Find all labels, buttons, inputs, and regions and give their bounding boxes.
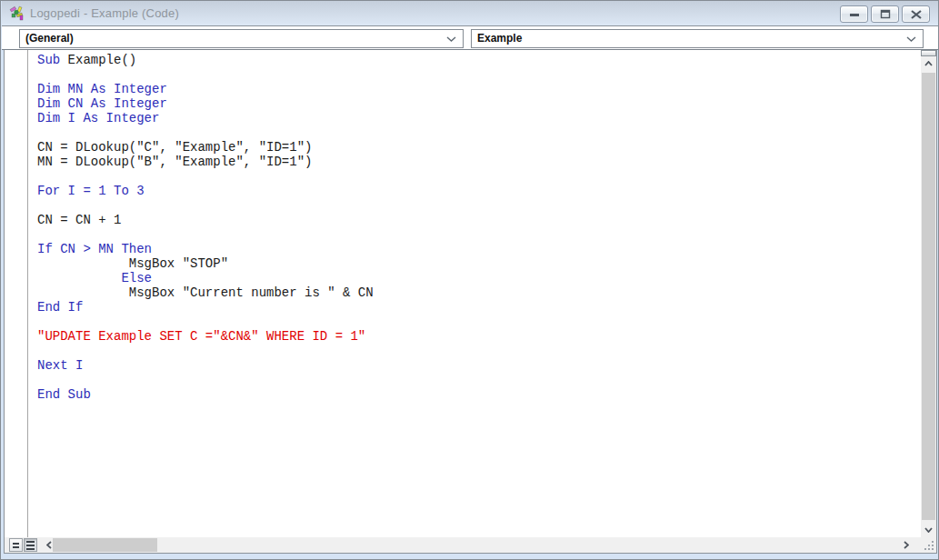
procedure-view-icon [13, 543, 19, 545]
code-line: End Sub [37, 387, 921, 402]
code-line [37, 315, 921, 329]
dropdown-bar: (General) Example [2, 26, 939, 50]
code-line: End If [37, 300, 921, 315]
minimize-button[interactable] [840, 5, 868, 23]
code-line [37, 169, 921, 184]
code-line [37, 344, 921, 358]
scroll-up-button[interactable] [921, 56, 936, 71]
split-handle[interactable] [921, 50, 936, 56]
scroll-down-button[interactable] [921, 523, 936, 537]
code-line [37, 67, 921, 82]
chevron-up-icon [924, 61, 933, 66]
code-line: "UPDATE Example SET C ="&CN&" WHERE ID =… [37, 329, 921, 344]
chevron-down-icon [924, 527, 933, 533]
code-line [37, 125, 921, 140]
horizontal-scroll-thumb[interactable] [53, 538, 157, 552]
code-line: Else [37, 271, 921, 285]
object-dropdown[interactable]: (General) [19, 29, 464, 48]
object-dropdown-value: (General) [25, 30, 74, 47]
procedure-dropdown-value: Example [477, 30, 522, 47]
code-line: If CN > MN Then [37, 242, 921, 256]
resize-grip[interactable] [923, 539, 934, 550]
code-line: Sub Example() [37, 53, 921, 67]
close-icon [911, 10, 922, 19]
titlebar[interactable]: Logopedi - Example (Code) [2, 1, 939, 26]
code-line: Dim CN As Integer [37, 96, 921, 111]
procedure-dropdown[interactable]: Example [471, 29, 924, 48]
minimize-icon [849, 10, 860, 19]
code-line [37, 198, 921, 213]
close-button[interactable] [902, 5, 930, 23]
code-line: Dim I As Integer [37, 111, 921, 125]
code-line: MsgBox "Current number is " & CN [37, 285, 921, 300]
code-line [37, 227, 921, 242]
window-title: Logopedi - Example (Code) [30, 6, 179, 20]
vertical-scroll-thumb[interactable] [922, 73, 935, 520]
chevron-right-icon [904, 541, 909, 549]
vba-module-icon [9, 5, 25, 22]
window-controls [840, 5, 930, 23]
procedure-view-button[interactable] [9, 538, 23, 552]
code-line [37, 373, 921, 387]
full-module-view-button[interactable] [24, 538, 37, 552]
code-panel: Sub Example()Dim MN As IntegerDim CN As … [4, 50, 937, 537]
vertical-scrollbar[interactable] [921, 50, 936, 537]
code-line: For I = 1 To 3 [37, 184, 921, 198]
code-line: Dim MN As Integer [37, 82, 921, 96]
chevron-left-icon [46, 541, 52, 549]
code-line: MN = DLookup("B", "Example", "ID=1") [37, 155, 921, 169]
code-window: Logopedi - Example (Code) (General) [0, 0, 939, 560]
restore-icon [880, 9, 891, 19]
code-line: CN = DLookup("C", "Example", "ID=1") [37, 140, 921, 155]
chevron-down-icon[interactable] [446, 36, 456, 42]
chevron-down-icon[interactable] [906, 36, 916, 42]
scroll-right-button[interactable] [900, 537, 913, 553]
code-content[interactable]: Sub Example()Dim MN As IntegerDim CN As … [29, 50, 921, 537]
code-line: MsgBox "STOP" [37, 256, 921, 271]
code-line: Next I [37, 358, 921, 373]
full-module-view-icon [26, 541, 35, 543]
horizontal-scrollbar[interactable] [4, 537, 937, 554]
code-line: CN = CN + 1 [37, 213, 921, 227]
margin-indicator-bar[interactable] [5, 50, 28, 537]
restore-button[interactable] [871, 5, 899, 23]
